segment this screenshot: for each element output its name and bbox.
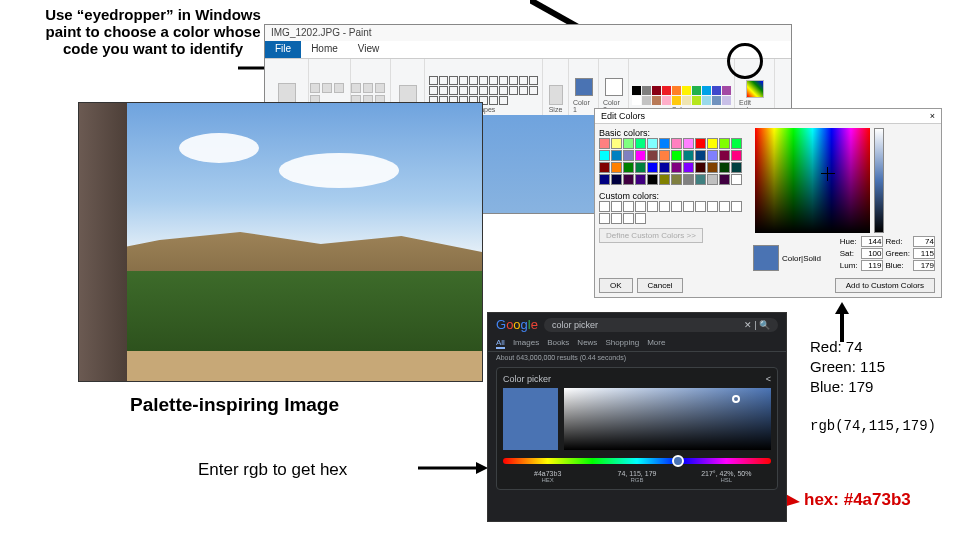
ec-swatch[interactable]	[719, 174, 730, 185]
ec-custom-swatch[interactable]	[731, 201, 742, 212]
shape-icon[interactable]	[439, 86, 448, 95]
ribbon-editcolors[interactable]: Edit colors	[735, 59, 775, 115]
shape-icon[interactable]	[429, 86, 438, 95]
ec-custom-swatch[interactable]	[623, 213, 634, 224]
color-swatch[interactable]	[672, 96, 681, 105]
shape-icon[interactable]	[449, 76, 458, 85]
shape-icon[interactable]	[469, 76, 478, 85]
paint-tab-file[interactable]: File	[265, 41, 301, 58]
google-gradient-area[interactable]	[564, 388, 771, 450]
ec-swatch[interactable]	[695, 138, 706, 149]
ec-cancel-button[interactable]: Cancel	[637, 278, 684, 293]
ec-swatch[interactable]	[599, 138, 610, 149]
ec-swatch[interactable]	[611, 174, 622, 185]
ec-swatch[interactable]	[599, 174, 610, 185]
color-swatch[interactable]	[712, 96, 721, 105]
color-swatch[interactable]	[662, 96, 671, 105]
ec-custom-swatch[interactable]	[707, 201, 718, 212]
google-tab-images[interactable]: Images	[513, 338, 539, 349]
shape-icon[interactable]	[509, 76, 518, 85]
ec-swatch[interactable]	[635, 162, 646, 173]
size-icon[interactable]	[549, 85, 563, 105]
ec-swatch[interactable]	[623, 138, 634, 149]
ec-add-custom-button[interactable]: Add to Custom Colors	[835, 278, 935, 293]
ec-swatch[interactable]	[659, 150, 670, 161]
ec-swatch[interactable]	[731, 162, 742, 173]
ec-swatch[interactable]	[659, 174, 670, 185]
crop-icon[interactable]	[322, 83, 332, 93]
ec-swatch[interactable]	[707, 150, 718, 161]
color-swatch[interactable]	[662, 86, 671, 95]
color-swatch[interactable]	[632, 96, 641, 105]
color-swatch[interactable]	[722, 96, 731, 105]
ec-swatch[interactable]	[683, 174, 694, 185]
ec-sat-input[interactable]	[861, 248, 883, 259]
shape-icon[interactable]	[449, 86, 458, 95]
shape-icon[interactable]	[429, 76, 438, 85]
google-tab-more[interactable]: More	[647, 338, 665, 349]
ec-ok-button[interactable]: OK	[599, 278, 633, 293]
shape-icon[interactable]	[529, 76, 538, 85]
ec-swatch[interactable]	[683, 162, 694, 173]
ec-custom-swatch[interactable]	[671, 201, 682, 212]
ec-swatch[interactable]	[647, 162, 658, 173]
ec-swatch[interactable]	[623, 150, 634, 161]
color-swatch[interactable]	[652, 96, 661, 105]
shape-icon[interactable]	[439, 76, 448, 85]
shape-icon[interactable]	[489, 76, 498, 85]
ec-swatch[interactable]	[719, 162, 730, 173]
ec-swatch[interactable]	[647, 150, 658, 161]
color-swatch[interactable]	[682, 96, 691, 105]
paint-tab-view[interactable]: View	[348, 41, 390, 58]
ec-swatch[interactable]	[599, 150, 610, 161]
ec-swatch[interactable]	[707, 138, 718, 149]
google-tab-news[interactable]: News	[577, 338, 597, 349]
ec-custom-swatch[interactable]	[635, 201, 646, 212]
shape-icon[interactable]	[479, 76, 488, 85]
ec-custom-swatch[interactable]	[695, 201, 706, 212]
color-swatch[interactable]	[692, 86, 701, 95]
pencil-icon[interactable]	[351, 83, 361, 93]
color-swatch[interactable]	[672, 86, 681, 95]
ec-custom-swatch[interactable]	[611, 201, 622, 212]
color-swatch[interactable]	[642, 96, 651, 105]
shape-icon[interactable]	[519, 76, 528, 85]
color-swatch[interactable]	[702, 96, 711, 105]
ec-blue-input[interactable]	[913, 260, 935, 271]
shapes-gallery[interactable]	[429, 76, 539, 105]
color-swatch[interactable]	[702, 86, 711, 95]
google-hue-slider[interactable]	[503, 458, 771, 464]
ec-swatch[interactable]	[731, 150, 742, 161]
ec-custom-swatch[interactable]	[635, 213, 646, 224]
color-swatch[interactable]	[722, 86, 731, 95]
ec-swatch[interactable]	[671, 150, 682, 161]
shape-icon[interactable]	[499, 96, 508, 105]
ec-swatch[interactable]	[695, 162, 706, 173]
shape-icon[interactable]	[489, 96, 498, 105]
ec-swatch[interactable]	[611, 162, 622, 173]
color-swatch[interactable]	[642, 86, 651, 95]
select-icon[interactable]	[310, 83, 320, 93]
shape-icon[interactable]	[459, 86, 468, 95]
shape-icon[interactable]	[499, 76, 508, 85]
ec-swatch[interactable]	[599, 162, 610, 173]
color-swatch[interactable]	[682, 86, 691, 95]
shape-icon[interactable]	[499, 86, 508, 95]
fill-icon[interactable]	[363, 83, 373, 93]
ec-swatch[interactable]	[683, 150, 694, 161]
ec-swatch[interactable]	[635, 174, 646, 185]
ec-swatch[interactable]	[707, 174, 718, 185]
ec-swatch[interactable]	[683, 138, 694, 149]
resize-icon[interactable]	[334, 83, 344, 93]
color-swatch[interactable]	[712, 86, 721, 95]
close-icon[interactable]: ×	[930, 111, 935, 121]
color-swatch[interactable]	[692, 96, 701, 105]
paint-tab-home[interactable]: Home	[301, 41, 348, 58]
ec-swatch[interactable]	[671, 174, 682, 185]
ec-swatch[interactable]	[731, 174, 742, 185]
ec-luminance-slider[interactable]	[874, 128, 884, 233]
ec-custom-swatch[interactable]	[599, 201, 610, 212]
ec-lum-input[interactable]	[861, 260, 883, 271]
ec-swatch[interactable]	[623, 174, 634, 185]
ec-swatch[interactable]	[731, 138, 742, 149]
